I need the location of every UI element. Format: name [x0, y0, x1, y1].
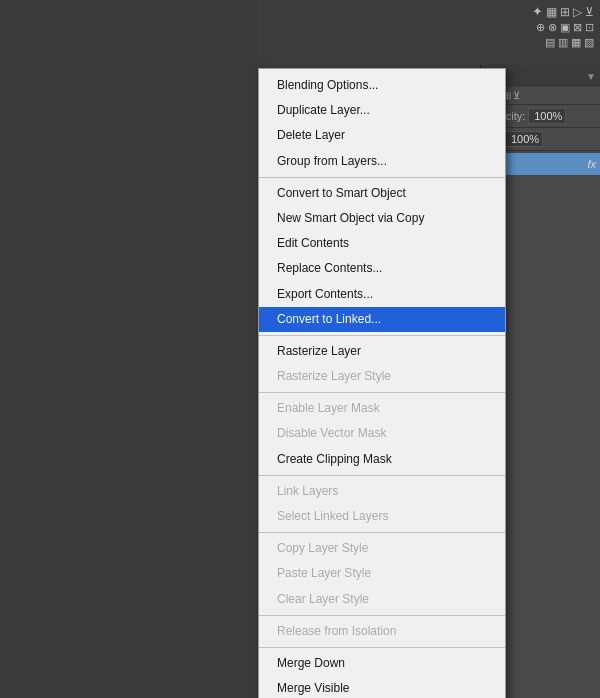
toolbar-icon-8[interactable]: ▣ [560, 21, 570, 34]
toolbar-row-1: ✦ ▦ ⊞ ▷ ⊻ [532, 4, 594, 19]
separator-sep4 [259, 475, 505, 476]
panel-icon-d[interactable]: ⊻ [513, 90, 520, 101]
menu-item-merge-down[interactable]: Merge Down [259, 651, 505, 676]
separator-sep1 [259, 177, 505, 178]
menu-item-delete-layer[interactable]: Delete Layer [259, 123, 505, 148]
menu-label-delete-layer: Delete Layer [277, 128, 345, 142]
menu-item-replace-contents[interactable]: Replace Contents... [259, 256, 505, 281]
menu-label-paste-layer-style: Paste Layer Style [277, 566, 371, 580]
panel-collapse-icon[interactable]: ▼ [586, 71, 600, 82]
toolbar-icon-6[interactable]: ⊕ [536, 21, 545, 34]
menu-item-convert-to-linked[interactable]: Convert to Linked... [259, 307, 505, 332]
toolbar-icon-14[interactable]: ▧ [584, 36, 594, 49]
menu-label-new-smart-object-via-copy: New Smart Object via Copy [277, 211, 424, 225]
menu-item-release-from-isolation: Release from Isolation [259, 619, 505, 644]
menu-label-merge-down: Merge Down [277, 656, 345, 670]
menu-item-group-from-layers[interactable]: Group from Layers... [259, 149, 505, 174]
menu-item-select-linked-layers: Select Linked Layers [259, 504, 505, 529]
menu-item-copy-layer-style: Copy Layer Style [259, 536, 505, 561]
menu-item-convert-to-smart-object[interactable]: Convert to Smart Object [259, 181, 505, 206]
menu-item-disable-vector-mask: Disable Vector Mask [259, 421, 505, 446]
toolbar-row-2: ⊕ ⊗ ▣ ⊠ ⊡ [536, 21, 594, 34]
toolbar-icon-1[interactable]: ✦ [532, 4, 543, 19]
toolbar-icon-2[interactable]: ▦ [546, 5, 557, 19]
menu-label-select-linked-layers: Select Linked Layers [277, 509, 388, 523]
toolbar-row-3: ▤ ▥ ▦ ▧ [545, 36, 594, 49]
top-toolbar: ✦ ▦ ⊞ ▷ ⊻ ⊕ ⊗ ▣ ⊠ ⊡ ▤ ▥ ▦ ▧ [400, 0, 600, 65]
menu-label-link-layers: Link Layers [277, 484, 338, 498]
menu-item-edit-contents[interactable]: Edit Contents [259, 231, 505, 256]
menu-label-replace-contents: Replace Contents... [277, 261, 382, 275]
menu-label-release-from-isolation: Release from Isolation [277, 624, 396, 638]
toolbar-icon-7[interactable]: ⊗ [548, 21, 557, 34]
opacity-input[interactable] [528, 108, 566, 124]
menu-item-merge-visible[interactable]: Merge Visible [259, 676, 505, 698]
toolbar-icon-11[interactable]: ▤ [545, 36, 555, 49]
toolbar-icon-9[interactable]: ⊠ [573, 21, 582, 34]
menu-label-group-from-layers: Group from Layers... [277, 154, 387, 168]
menu-item-duplicate-layer[interactable]: Duplicate Layer... [259, 98, 505, 123]
menu-label-convert-to-smart-object: Convert to Smart Object [277, 186, 406, 200]
menu-item-link-layers: Link Layers [259, 479, 505, 504]
menu-label-clear-layer-style: Clear Layer Style [277, 592, 369, 606]
menu-item-create-clipping-mask[interactable]: Create Clipping Mask [259, 447, 505, 472]
toolbar-icon-4[interactable]: ▷ [573, 5, 582, 19]
menu-label-duplicate-layer: Duplicate Layer... [277, 103, 370, 117]
toolbar-icon-13[interactable]: ▦ [571, 36, 581, 49]
menu-label-edit-contents: Edit Contents [277, 236, 349, 250]
menu-label-enable-layer-mask: Enable Layer Mask [277, 401, 380, 415]
context-menu: Blending Options...Duplicate Layer...Del… [258, 68, 506, 698]
menu-item-clear-layer-style: Clear Layer Style [259, 587, 505, 612]
menu-label-merge-visible: Merge Visible [277, 681, 349, 695]
menu-item-new-smart-object-via-copy[interactable]: New Smart Object via Copy [259, 206, 505, 231]
menu-label-rasterize-layer-style: Rasterize Layer Style [277, 369, 391, 383]
menu-item-blending-options[interactable]: Blending Options... [259, 73, 505, 98]
toolbar-icon-10[interactable]: ⊡ [585, 21, 594, 34]
menu-label-rasterize-layer: Rasterize Layer [277, 344, 361, 358]
toolbar-icon-12[interactable]: ▥ [558, 36, 568, 49]
fill-input[interactable] [505, 131, 543, 147]
menu-item-paste-layer-style: Paste Layer Style [259, 561, 505, 586]
separator-sep2 [259, 335, 505, 336]
separator-sep3 [259, 392, 505, 393]
menu-label-create-clipping-mask: Create Clipping Mask [277, 452, 392, 466]
menu-item-rasterize-layer-style: Rasterize Layer Style [259, 364, 505, 389]
toolbar-icon-3[interactable]: ⊞ [560, 5, 570, 19]
menu-label-convert-to-linked: Convert to Linked... [277, 312, 381, 326]
menu-item-rasterize-layer[interactable]: Rasterize Layer [259, 339, 505, 364]
menu-label-disable-vector-mask: Disable Vector Mask [277, 426, 386, 440]
menu-item-export-contents[interactable]: Export Contents... [259, 282, 505, 307]
menu-label-export-contents: Export Contents... [277, 287, 373, 301]
menu-label-copy-layer-style: Copy Layer Style [277, 541, 368, 555]
toolbar-icon-5[interactable]: ⊻ [585, 5, 594, 19]
menu-item-enable-layer-mask: Enable Layer Mask [259, 396, 505, 421]
separator-sep7 [259, 647, 505, 648]
separator-sep5 [259, 532, 505, 533]
menu-label-blending-options: Blending Options... [277, 78, 378, 92]
fx-label: fx [587, 158, 596, 170]
separator-sep6 [259, 615, 505, 616]
